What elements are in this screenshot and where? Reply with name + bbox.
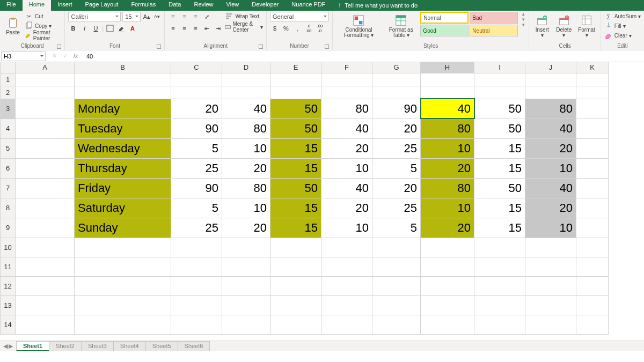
cell-G8[interactable]: 25 bbox=[372, 198, 421, 218]
cell-J10[interactable] bbox=[525, 238, 576, 257]
cell-B5[interactable]: Wednesday bbox=[75, 138, 171, 158]
cell-B6[interactable]: Thursday bbox=[75, 158, 171, 178]
cell-H8[interactable]: 10 bbox=[421, 198, 474, 218]
cell-K3[interactable] bbox=[576, 99, 609, 119]
cell-J12[interactable] bbox=[525, 276, 576, 295]
cell-G1[interactable] bbox=[372, 73, 421, 86]
dialog-launcher-icon[interactable] bbox=[325, 45, 329, 49]
cell-F8[interactable]: 20 bbox=[321, 198, 372, 218]
align-middle-button[interactable]: ≡ bbox=[179, 12, 189, 21]
cell-I12[interactable] bbox=[474, 276, 525, 295]
cell-C11[interactable] bbox=[171, 257, 222, 276]
ribbon-tab-formulas[interactable]: Formulas bbox=[125, 0, 162, 11]
italic-button[interactable]: I bbox=[79, 24, 89, 33]
cell-K11[interactable] bbox=[576, 257, 609, 276]
row-header-4[interactable]: 4 bbox=[1, 119, 16, 138]
row-header-13[interactable]: 13 bbox=[1, 295, 16, 315]
copy-button[interactable]: Copy ▾ bbox=[25, 21, 61, 30]
cell-F7[interactable]: 40 bbox=[321, 178, 372, 198]
insert-cells-button[interactable]: Insert▾ bbox=[532, 12, 552, 41]
cell-F6[interactable]: 10 bbox=[321, 158, 372, 178]
align-left-button[interactable]: ≡ bbox=[168, 24, 178, 33]
cell-H12[interactable] bbox=[421, 276, 474, 295]
decrease-font-icon[interactable]: A▾ bbox=[152, 12, 161, 21]
cell-C1[interactable] bbox=[171, 73, 222, 86]
cell-F9[interactable]: 10 bbox=[321, 218, 372, 238]
cell-G14[interactable] bbox=[372, 315, 421, 334]
cell-B9[interactable]: Sunday bbox=[75, 218, 171, 238]
cell-D6[interactable]: 20 bbox=[222, 158, 270, 178]
cell-B7[interactable]: Friday bbox=[75, 178, 171, 198]
cell-C6[interactable]: 25 bbox=[171, 158, 222, 178]
ribbon-tab-data[interactable]: Data bbox=[162, 0, 187, 11]
ribbon-tab-review[interactable]: Review bbox=[187, 0, 219, 11]
align-bottom-button[interactable]: ≡ bbox=[191, 12, 200, 21]
sheet-tab-sheet2[interactable]: Sheet2 bbox=[49, 341, 82, 351]
align-top-button[interactable]: ≡ bbox=[168, 12, 178, 21]
cell-K12[interactable] bbox=[576, 276, 609, 295]
cell-F11[interactable] bbox=[321, 257, 372, 276]
cell-C3[interactable]: 20 bbox=[171, 99, 222, 119]
cell-B4[interactable]: Tuesday bbox=[75, 119, 171, 138]
cell-H1[interactable] bbox=[421, 73, 474, 86]
font-size-select[interactable]: 15 bbox=[122, 12, 141, 21]
cell-B14[interactable] bbox=[75, 315, 171, 334]
cell-A11[interactable] bbox=[16, 257, 75, 276]
cell-K13[interactable] bbox=[576, 295, 609, 315]
ribbon-tab-home[interactable]: Home bbox=[23, 0, 51, 11]
ribbon-tab-developer[interactable]: Developer bbox=[245, 0, 285, 11]
cell-A2[interactable] bbox=[16, 86, 75, 99]
decrease-decimal-button[interactable]: .00.0 bbox=[315, 24, 325, 33]
cell-K4[interactable] bbox=[576, 119, 609, 138]
cell-H11[interactable] bbox=[421, 257, 474, 276]
cell-style-bad[interactable]: Bad bbox=[470, 12, 518, 24]
column-header-G[interactable]: G bbox=[372, 62, 421, 73]
cell-A6[interactable] bbox=[16, 158, 75, 178]
row-header-11[interactable]: 11 bbox=[1, 257, 16, 276]
cell-J7[interactable]: 40 bbox=[525, 178, 576, 198]
cell-D8[interactable]: 10 bbox=[222, 198, 270, 218]
cell-D3[interactable]: 40 bbox=[222, 99, 270, 119]
cell-I5[interactable]: 15 bbox=[474, 138, 525, 158]
currency-button[interactable]: $ bbox=[270, 24, 280, 33]
column-header-C[interactable]: C bbox=[171, 62, 222, 73]
cell-D5[interactable]: 10 bbox=[222, 138, 270, 158]
format-painter-button[interactable]: Format Painter bbox=[25, 31, 61, 40]
cell-F1[interactable] bbox=[321, 73, 372, 86]
cell-G3[interactable]: 90 bbox=[372, 99, 421, 119]
cell-style-good[interactable]: Good bbox=[420, 25, 469, 36]
cell-J9[interactable]: 10 bbox=[525, 218, 576, 238]
cell-J4[interactable]: 40 bbox=[525, 119, 576, 138]
row-header-6[interactable]: 6 bbox=[1, 158, 16, 178]
cell-B3[interactable]: Monday bbox=[75, 99, 171, 119]
cell-B1[interactable] bbox=[75, 73, 171, 86]
cell-H14[interactable] bbox=[421, 315, 474, 334]
format-cells-button[interactable]: Format▾ bbox=[576, 12, 597, 41]
bold-button[interactable]: B bbox=[68, 24, 78, 33]
cell-E2[interactable] bbox=[270, 86, 321, 99]
select-all-corner[interactable] bbox=[1, 62, 16, 73]
cell-C5[interactable]: 5 bbox=[171, 138, 222, 158]
cell-A8[interactable] bbox=[16, 198, 75, 218]
dialog-launcher-icon[interactable] bbox=[57, 45, 61, 49]
cell-F12[interactable] bbox=[321, 276, 372, 295]
cell-F10[interactable] bbox=[321, 238, 372, 257]
cell-G9[interactable]: 5 bbox=[372, 218, 421, 238]
cell-C13[interactable] bbox=[171, 295, 222, 315]
sheet-tab-sheet1[interactable]: Sheet1 bbox=[16, 341, 49, 351]
cell-F2[interactable] bbox=[321, 86, 372, 99]
conditional-formatting-button[interactable]: Conditional Formatting ▾ bbox=[336, 12, 382, 41]
merge-center-button[interactable]: Merge & Center ▾ bbox=[225, 23, 262, 31]
cell-I1[interactable] bbox=[474, 73, 525, 86]
cell-E12[interactable] bbox=[270, 276, 321, 295]
cell-I3[interactable]: 50 bbox=[474, 99, 525, 119]
cell-E11[interactable] bbox=[270, 257, 321, 276]
cell-D14[interactable] bbox=[222, 315, 270, 334]
cell-I14[interactable] bbox=[474, 315, 525, 334]
cell-G2[interactable] bbox=[372, 86, 421, 99]
cell-E6[interactable]: 15 bbox=[270, 158, 321, 178]
increase-font-icon[interactable]: A▴ bbox=[142, 12, 151, 21]
cell-G6[interactable]: 5 bbox=[372, 158, 421, 178]
cancel-formula-icon[interactable]: ✕ bbox=[49, 53, 60, 60]
ribbon-tab-view[interactable]: View bbox=[220, 0, 246, 11]
